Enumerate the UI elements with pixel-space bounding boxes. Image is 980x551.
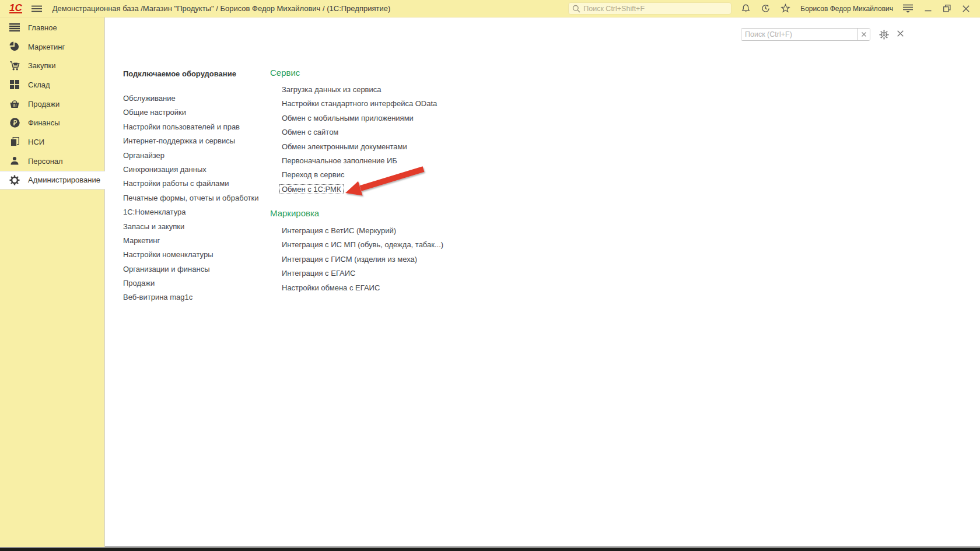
window-title: Демонстрационная база /Магазин "Продукты… (52, 4, 391, 13)
pie-chart-icon (9, 41, 20, 52)
sidebar-item-label: Администрирование (28, 176, 100, 184)
settings-link[interactable]: Обслуживание (123, 92, 259, 106)
current-user[interactable]: Борисов Федор Михайлович (800, 5, 893, 13)
sidebar-item-nsi[interactable]: НСИ (0, 132, 104, 152)
settings-link[interactable]: 1С:Номенклатура (123, 205, 259, 219)
service-link[interactable]: Обмен с мобильными приложениями (282, 111, 437, 125)
settings-link[interactable]: Настройки пользователей и прав (123, 120, 259, 134)
sidebar-item-label: Финансы (28, 118, 60, 127)
main-menu-icon[interactable] (32, 5, 42, 12)
user-menu-icon[interactable] (903, 4, 913, 13)
sidebar-item-warehouse[interactable]: Склад (0, 75, 104, 94)
ruble-coin-icon (9, 118, 20, 128)
section-header-marking: Маркировка (270, 208, 319, 218)
notifications-bell-icon[interactable] (741, 3, 751, 13)
marking-link[interactable]: Интеграция с ЕГАИС (282, 266, 443, 280)
settings-link[interactable]: Общие настройки (123, 106, 259, 120)
section-header-service: Сервис (270, 68, 300, 78)
minimize-icon[interactable] (925, 5, 932, 12)
close-window-icon[interactable] (963, 5, 970, 12)
sidebar-item-label: Продажи (28, 100, 60, 108)
menu-lines-icon (9, 23, 20, 31)
focused-link-label[interactable]: Обмен с 1С:РМК (279, 184, 344, 194)
person-icon (9, 156, 20, 166)
service-link[interactable]: Обмен с сайтом (282, 125, 437, 139)
history-clock-icon[interactable] (761, 3, 771, 13)
sidebar-item-label: Персонал (28, 157, 63, 166)
marking-links-list: Интеграция с ВетИС (Меркурий) Интеграция… (282, 224, 443, 295)
settings-link[interactable]: Настройки работы с файлами (123, 177, 259, 191)
sidebar-item-label: Закупки (28, 61, 55, 70)
settings-link[interactable]: Продажи (123, 276, 259, 290)
sidebar-item-label: Склад (28, 80, 50, 89)
sidebar-item-administration[interactable]: Администрирование (0, 171, 106, 190)
sidebar-item-label: Главное (28, 23, 57, 32)
marking-link[interactable]: Интеграция с ИС МП (обувь, одежда, табак… (282, 238, 443, 252)
sidebar-item-label: Маркетинг (28, 43, 65, 51)
clear-search-icon[interactable] (857, 29, 870, 40)
grid-boxes-icon (9, 80, 20, 89)
service-link-obmen-1c-rmk[interactable]: Обмен с 1С:РМК (282, 183, 437, 196)
cart-icon (9, 61, 20, 71)
marking-link[interactable]: Интеграция с ГИСМ (изделия из меха) (282, 252, 443, 266)
service-link[interactable]: Настройки стандартного интерфейса OData (282, 97, 437, 111)
basket-icon (9, 99, 20, 108)
favorites-star-icon[interactable] (780, 3, 790, 13)
reference-docs-icon (9, 137, 20, 146)
marking-link[interactable]: Интеграция с ВетИС (Меркурий) (282, 224, 443, 238)
sections-sidebar: Главное Маркетинг Закупки Склад Продажи … (0, 17, 105, 547)
sidebar-item-main[interactable]: Главное (0, 18, 104, 37)
settings-link[interactable]: Запасы и закупки (123, 220, 259, 234)
panel-search-input[interactable] (741, 29, 857, 40)
marking-link[interactable]: Настройки обмена с ЕГАИС (282, 281, 443, 295)
settings-link[interactable]: Настройки номенклатуры (123, 248, 259, 262)
settings-link[interactable]: Синхронизация данных (123, 163, 259, 177)
panel-settings-gear-icon[interactable] (879, 30, 889, 40)
settings-link[interactable]: Печатные формы, отчеты и обработки (123, 191, 259, 205)
global-search-input[interactable] (583, 5, 727, 13)
settings-link[interactable]: Организации и финансы (123, 262, 259, 276)
window-titlebar: 1С Демонстрационная база /Магазин "Проду… (0, 0, 980, 17)
service-link[interactable]: Переход в сервис (282, 168, 437, 182)
administration-panel: Подключаемое оборудование Обслуживание О… (105, 17, 980, 547)
panel-close-icon[interactable] (897, 30, 904, 37)
settings-sections-list: Обслуживание Общие настройки Настройки п… (123, 92, 259, 305)
link-connected-equipment[interactable]: Подключаемое оборудование (123, 69, 236, 78)
global-search-box[interactable] (568, 2, 732, 15)
restore-icon[interactable] (943, 5, 951, 12)
sidebar-item-purchases[interactable]: Закупки (0, 56, 104, 75)
settings-link[interactable]: Веб-витрина mag1c (123, 290, 259, 304)
settings-link[interactable]: Органайзер (123, 149, 259, 163)
sidebar-item-marketing[interactable]: Маркетинг (0, 37, 104, 57)
search-icon (572, 5, 580, 13)
gear-icon (9, 175, 20, 185)
service-link[interactable]: Загрузка данных из сервиса (282, 83, 437, 97)
sidebar-item-sales[interactable]: Продажи (0, 94, 104, 114)
sidebar-item-label: НСИ (28, 138, 44, 146)
screen-bottom-strip (0, 548, 980, 551)
panel-search-box[interactable] (741, 28, 870, 41)
sidebar-item-personnel[interactable]: Персонал (0, 152, 104, 171)
settings-link[interactable]: Маркетинг (123, 234, 259, 248)
settings-link[interactable]: Интернет-поддержка и сервисы (123, 134, 259, 148)
service-link[interactable]: Обмен электронными документами (282, 140, 437, 154)
1c-logo: 1С (9, 3, 22, 13)
service-links-list: Загрузка данных из сервиса Настройки ста… (282, 83, 437, 196)
sidebar-item-finance[interactable]: Финансы (0, 113, 104, 132)
service-link[interactable]: Первоначальное заполнение ИБ (282, 154, 437, 168)
